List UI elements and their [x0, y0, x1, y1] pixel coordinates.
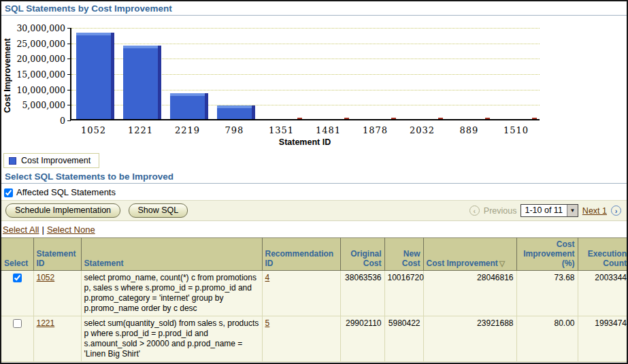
- cost-improvement-value: 28046816: [423, 271, 516, 316]
- y-tick-mark: [67, 59, 71, 59]
- window: SQL Statements by Cost Improvement Cost …: [0, 0, 628, 364]
- table-row: 1052select promo_name, count(*) c from p…: [1, 271, 628, 316]
- recommendation-id-link[interactable]: 5: [265, 318, 270, 328]
- x-tick-label: 1052: [70, 125, 117, 135]
- col-header-select: Select: [1, 238, 33, 271]
- x-tick-label: 1510: [493, 125, 540, 135]
- chart-plot-area: [70, 28, 540, 120]
- next-arrow-icon[interactable]: ›: [611, 205, 621, 216]
- chart-legend: Cost Improvement: [3, 153, 99, 168]
- sort-descending-icon[interactable]: ▽: [499, 259, 505, 267]
- bar: [217, 105, 255, 119]
- new-cost-value: 10016720: [384, 271, 423, 316]
- execution-count-value: 1993474: [578, 316, 628, 362]
- x-tick-label: 1878: [352, 125, 399, 135]
- col-header-new-cost: New Cost: [384, 238, 423, 271]
- statement-text: select promo_name, count(*) c from promo…: [81, 271, 262, 316]
- y-tick-label: 15,000,000: [1, 69, 65, 80]
- y-tick-label: 30,000,000: [1, 23, 65, 33]
- recommendation-id-link[interactable]: 4: [265, 273, 270, 282]
- table-cell: [1, 316, 33, 362]
- table-row: 1221select sum(quantity_sold) from sales…: [1, 316, 628, 362]
- y-tick-mark: [67, 120, 71, 121]
- affected-sql-checkbox[interactable]: [4, 188, 13, 197]
- y-tick-label: 20,000,000: [1, 54, 65, 64]
- x-tick-label: 2219: [164, 125, 211, 135]
- action-toolbar: Schedule Implementation Show SQL ‹ Previ…: [1, 200, 627, 221]
- x-tick-label: 1351: [258, 125, 305, 135]
- x-tick-label: 889: [446, 125, 493, 135]
- zero-bar-mark: [391, 118, 396, 119]
- statement-id-link[interactable]: 1221: [37, 318, 55, 328]
- col-header-cost-improvement-pct: Cost Improvement (%): [516, 238, 578, 271]
- chart-section-title: SQL Statements by Cost Improvement: [1, 1, 627, 15]
- cost-improvement-pct-value: 73.68: [516, 271, 578, 316]
- bar: [123, 46, 161, 119]
- col-header-recommendation-id: Recommendation ID: [262, 238, 340, 271]
- bar-shadow: [205, 93, 208, 119]
- bar-shadow: [111, 33, 114, 119]
- execution-count-value: 2003344: [578, 271, 628, 316]
- bar-highlight: [217, 105, 255, 108]
- zero-bar-mark: [344, 118, 349, 119]
- original-cost-value: 29902110: [340, 316, 384, 362]
- zero-bar-mark: [532, 118, 537, 119]
- y-tick-mark: [67, 44, 71, 44]
- pagination-controls: ‹ Previous 1-10 of 11 ▼ Next 1 ›: [469, 204, 621, 217]
- y-tick-label: 25,000,000: [1, 39, 65, 49]
- previous-label: Previous: [484, 206, 517, 216]
- bar: [76, 33, 114, 119]
- bar-highlight: [76, 33, 114, 35]
- table-cell: 1221: [33, 316, 81, 362]
- original-cost-value: 38063536: [340, 271, 384, 316]
- row-select-checkbox[interactable]: [13, 274, 22, 282]
- cost-improvement-chart: Cost Improvement Statement ID 30,000,000…: [1, 17, 627, 150]
- y-tick-label: 10,000,000: [1, 85, 65, 95]
- affected-sql-label: Affected SQL Statements: [16, 187, 116, 197]
- zero-bar-mark: [438, 118, 443, 119]
- y-tick-mark: [67, 28, 71, 29]
- schedule-implementation-button[interactable]: Schedule Implementation: [5, 203, 120, 218]
- dropdown-arrow-icon[interactable]: ▼: [567, 205, 578, 216]
- col-header-statement: Statement: [81, 238, 262, 271]
- zero-bar-mark: [297, 118, 302, 119]
- x-tick-label: 1481: [305, 125, 352, 135]
- toolbar-buttons: Schedule Implementation Show SQL: [5, 203, 193, 218]
- cost-improvement-pct-value: 80.00: [516, 316, 578, 362]
- bar: [170, 93, 208, 119]
- y-tick-mark: [67, 105, 71, 105]
- select-none-link[interactable]: Select None: [47, 225, 95, 235]
- new-cost-value: 5980422: [384, 316, 423, 362]
- x-tick-label: 798: [211, 125, 258, 135]
- y-tick-mark: [67, 90, 71, 90]
- select-section-title: Select SQL Statements to be Improved: [1, 169, 627, 183]
- col-header-statement-id: Statement ID: [33, 238, 81, 271]
- table-cell: 5: [262, 316, 340, 362]
- y-tick-label: 5,000,000: [1, 100, 65, 110]
- statement-id-link[interactable]: 1052: [37, 273, 55, 282]
- link-separator: |: [42, 225, 44, 235]
- col-header-original-cost: Original Cost: [340, 238, 384, 271]
- row-select-checkbox[interactable]: [13, 319, 22, 328]
- cost-improvement-value: 23921688: [423, 316, 516, 362]
- show-sql-button[interactable]: Show SQL: [129, 203, 188, 218]
- table-header-row: Select Statement ID Statement Recommenda…: [1, 238, 628, 271]
- zero-bar-mark: [485, 118, 490, 119]
- legend-swatch-icon: [9, 157, 16, 165]
- col-header-cost-improvement[interactable]: Cost Improvement▽: [423, 238, 516, 271]
- next-link[interactable]: Next 1: [582, 206, 607, 216]
- section-divider: [1, 15, 627, 16]
- sql-statements-table: Select Statement ID Statement Recommenda…: [1, 237, 628, 362]
- gridline: [71, 44, 540, 44]
- page-range-dropdown[interactable]: 1-10 of 11 ▼: [520, 204, 578, 217]
- select-all-link[interactable]: Select All: [3, 225, 39, 235]
- bar-shadow: [158, 46, 161, 119]
- bar-shadow: [252, 105, 255, 119]
- bar-highlight: [123, 46, 161, 48]
- previous-arrow-icon[interactable]: ‹: [469, 205, 480, 216]
- gridline: [71, 28, 540, 29]
- y-tick-mark: [67, 74, 71, 75]
- col-header-execution-count: Execution Count: [578, 238, 628, 271]
- x-axis-title: Statement ID: [70, 137, 540, 147]
- statement-text: select sum(quantity_sold) from sales s, …: [81, 316, 262, 362]
